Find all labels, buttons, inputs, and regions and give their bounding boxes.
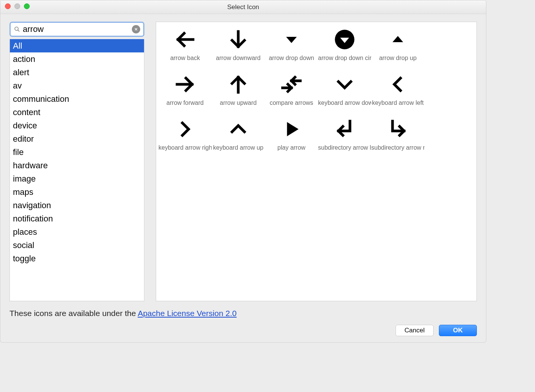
icon-caption: keyboard arrow up <box>212 144 265 151</box>
icon-caption: arrow drop down <box>265 55 318 62</box>
icon-caption: play arrow <box>265 144 318 151</box>
category-list[interactable]: Allactionalertavcommunicationcontentdevi… <box>9 39 144 301</box>
license-text: These icons are available under the Apac… <box>9 309 477 318</box>
category-item[interactable]: toggle <box>10 252 144 265</box>
search-icon <box>14 26 21 33</box>
arrow-drop-down-icon <box>280 24 303 55</box>
category-item[interactable]: editor <box>10 132 144 145</box>
category-item[interactable]: image <box>10 172 144 185</box>
icon-caption: keyboard arrow right <box>158 144 212 151</box>
icon-cell[interactable]: subdirectory arrow right <box>371 114 424 159</box>
arrow-upward-icon <box>227 69 250 100</box>
icon-cell[interactable]: arrow drop down <box>265 24 318 69</box>
category-item[interactable]: navigation <box>10 199 144 212</box>
arrow-drop-up-icon <box>386 24 409 55</box>
svg-marker-14 <box>287 122 298 136</box>
icon-cell[interactable]: keyboard arrow left <box>371 69 424 114</box>
subdirectory-arrow-right-icon <box>386 114 409 144</box>
license-prefix: These icons are available under the <box>9 309 138 318</box>
category-item[interactable]: device <box>10 119 144 132</box>
icon-cell[interactable]: arrow back <box>158 24 212 69</box>
keyboard-arrow-up-icon <box>227 114 250 144</box>
category-item[interactable]: av <box>10 79 144 92</box>
category-item[interactable]: places <box>10 225 144 239</box>
icon-caption: arrow downward <box>212 55 265 62</box>
icon-caption: subdirectory arrow left <box>318 144 371 151</box>
svg-marker-6 <box>286 37 297 43</box>
svg-marker-9 <box>393 36 403 42</box>
icon-cell[interactable]: arrow drop up <box>371 24 424 69</box>
clear-search-icon[interactable] <box>132 25 140 33</box>
icon-cell[interactable]: arrow downward <box>212 24 265 69</box>
titlebar: Select Icon <box>0 0 486 14</box>
svg-line-1 <box>18 30 19 32</box>
icon-caption: subdirectory arrow right <box>371 144 424 151</box>
svg-point-0 <box>15 27 18 30</box>
icon-cell[interactable]: arrow forward <box>158 69 212 114</box>
icon-caption: compare arrows <box>265 100 318 106</box>
dialog-window: Select Icon Allactionalertavcommunicatio… <box>0 0 486 343</box>
keyboard-arrow-left-icon <box>386 69 409 100</box>
category-item[interactable]: maps <box>10 185 144 199</box>
category-item[interactable]: action <box>10 52 144 66</box>
button-row: Cancel OK <box>9 325 477 336</box>
icon-caption: arrow drop up <box>371 55 424 62</box>
subdirectory-arrow-left-icon <box>333 114 356 144</box>
icon-grid: arrow backarrow downwardarrow drop downa… <box>158 24 474 159</box>
window-title: Select Icon <box>227 3 259 11</box>
category-item[interactable]: content <box>10 106 144 119</box>
icon-cell[interactable]: compare arrows <box>265 69 318 114</box>
category-item[interactable]: file <box>10 145 144 159</box>
compare-arrows-icon <box>280 69 303 100</box>
category-item[interactable]: notification <box>10 212 144 225</box>
icon-cell[interactable]: arrow upward <box>212 69 265 114</box>
category-item[interactable]: social <box>10 239 144 252</box>
arrow-downward-icon <box>227 24 250 55</box>
dialog-footer: These icons are available under the Apac… <box>0 307 486 342</box>
icon-grid-panel: arrow backarrow downwardarrow drop downa… <box>156 22 477 301</box>
icon-caption: arrow forward <box>158 100 212 106</box>
icon-cell[interactable]: subdirectory arrow left <box>318 114 371 159</box>
category-item[interactable]: communication <box>10 92 144 106</box>
icon-cell[interactable]: play arrow <box>265 114 318 159</box>
arrow-drop-down-circle-icon <box>333 24 356 55</box>
arrow-forward-icon <box>174 69 196 100</box>
window-controls <box>5 3 30 9</box>
minimize-window-button[interactable] <box>14 3 20 9</box>
left-panel: Allactionalertavcommunicationcontentdevi… <box>9 22 144 301</box>
keyboard-arrow-right-icon <box>174 114 196 144</box>
icon-cell[interactable]: keyboard arrow down <box>318 69 371 114</box>
close-window-button[interactable] <box>5 3 11 9</box>
ok-button[interactable]: OK <box>439 325 477 336</box>
arrow-back-icon <box>174 24 196 55</box>
category-item[interactable]: All <box>10 39 144 52</box>
icon-caption: arrow upward <box>212 100 265 106</box>
zoom-window-button[interactable] <box>24 3 30 9</box>
icon-cell[interactable]: keyboard arrow up <box>212 114 265 159</box>
search-field[interactable] <box>9 22 144 37</box>
category-item[interactable]: hardware <box>10 159 144 172</box>
cancel-button[interactable]: Cancel <box>396 325 434 336</box>
category-item[interactable]: alert <box>10 66 144 79</box>
search-input[interactable] <box>21 24 132 34</box>
icon-caption: arrow drop down circle <box>318 55 371 62</box>
icon-cell[interactable]: arrow drop down circle <box>318 24 371 69</box>
icon-caption: keyboard arrow down <box>318 100 371 106</box>
icon-cell[interactable]: keyboard arrow right <box>158 114 212 159</box>
dialog-content: Allactionalertavcommunicationcontentdevi… <box>0 14 486 307</box>
icon-caption: keyboard arrow left <box>371 100 424 106</box>
play-arrow-icon <box>280 114 303 144</box>
license-link[interactable]: Apache License Version 2.0 <box>138 309 236 318</box>
icon-caption: arrow back <box>158 55 212 62</box>
keyboard-arrow-down-icon <box>333 69 356 100</box>
